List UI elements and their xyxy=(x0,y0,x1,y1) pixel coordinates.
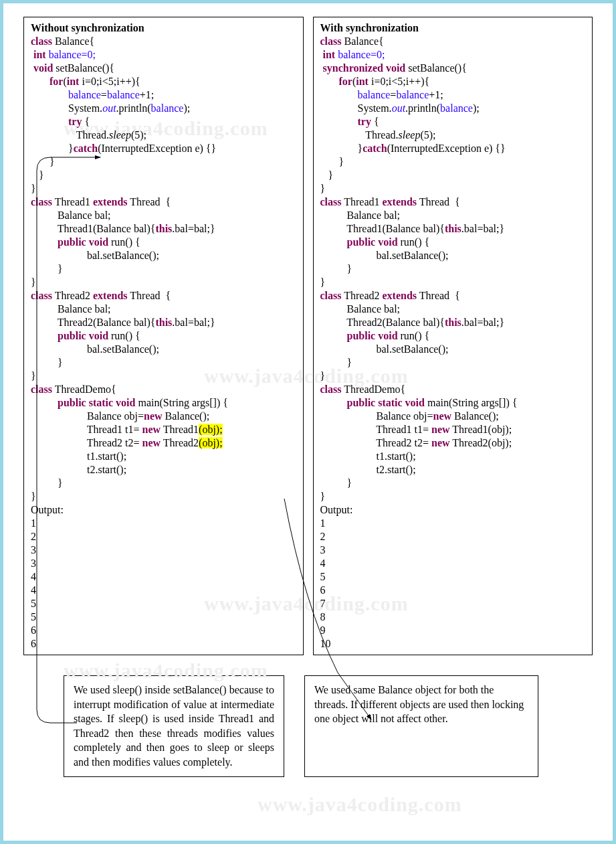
notes-row: We used sleep() inside setBalance() beca… xyxy=(23,675,593,777)
left-code-box: Without synchronization class Balance{ i… xyxy=(23,17,304,655)
right-title: With synchronization xyxy=(320,21,586,35)
code-columns: Without synchronization class Balance{ i… xyxy=(23,17,593,655)
left-code: class Balance{ int balance=0; void setBa… xyxy=(31,35,296,503)
left-output-label: Output: xyxy=(31,503,296,517)
right-output-label: Output: xyxy=(320,503,586,517)
watermark: www.java4coding.com xyxy=(258,793,462,816)
right-code-box: With synchronization class Balance{ int … xyxy=(313,17,593,655)
right-code: class Balance{ int balance=0; synchroniz… xyxy=(320,35,586,503)
note-right: We used same Balance object for both the… xyxy=(304,675,538,777)
page-container: www.java4coding.com www.java4coding.com … xyxy=(0,0,616,844)
note-left: We used sleep() inside setBalance() beca… xyxy=(64,675,284,777)
right-output: 12345678910 xyxy=(320,517,586,651)
left-output: 1233445566 xyxy=(31,517,296,651)
left-title: Without synchronization xyxy=(31,21,296,35)
